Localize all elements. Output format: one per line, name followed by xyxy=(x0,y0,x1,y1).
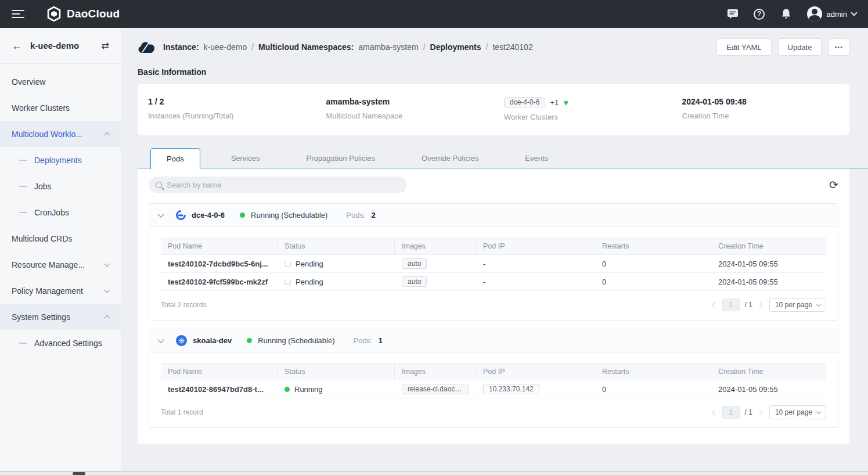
worker-cluster-tag: dce-4-0-6 xyxy=(504,97,545,107)
chevron-down-icon xyxy=(105,287,110,293)
pod-name[interactable]: test240102-86947bd7d8-t... xyxy=(161,380,278,398)
table-header: Pod Name Status Images Pod IP Restarts C… xyxy=(161,363,826,380)
cluster-schedulable: (Schedulable) xyxy=(281,211,327,219)
sidebar-item-resource-management[interactable]: Resource Manage... xyxy=(0,251,121,278)
page-total: / 1 xyxy=(745,408,752,416)
pod-status: Pending xyxy=(296,278,323,286)
image-tag[interactable]: auto xyxy=(402,276,427,287)
breadcrumb-resource: test240102 xyxy=(492,42,532,52)
sidebar-item-policy-management[interactable]: Policy Management xyxy=(0,278,121,304)
cluster-status: Running xyxy=(251,211,279,219)
cluster-card-skoala-dev: ⎈ skoala-dev Running (Schedulable) Pods:… xyxy=(149,329,838,428)
user-name: admin xyxy=(827,10,847,19)
page-size-select[interactable]: 10 per page xyxy=(769,405,826,419)
pod-ip: - xyxy=(476,255,595,272)
sidebar-item-multicloud-workloads[interactable]: Multicloud Worklo... xyxy=(0,121,121,147)
brand-name: DaoCloud xyxy=(67,8,120,20)
pod-status: Pending xyxy=(296,260,323,268)
pods-label: Pods: xyxy=(346,211,365,219)
collapse-chevron-icon[interactable] xyxy=(157,336,164,343)
sidebar-item-multicloud-crds[interactable]: Multicloud CRDs xyxy=(0,225,121,251)
tab-pods[interactable]: Pods xyxy=(150,148,200,169)
horizontal-scrollbar[interactable] xyxy=(0,471,868,475)
kubernetes-cluster-logo-icon: ⎈ xyxy=(176,335,187,346)
running-status-dot xyxy=(240,213,245,218)
dash-icon xyxy=(19,343,27,344)
page-number-input[interactable]: 1 xyxy=(722,406,740,419)
prev-page-icon[interactable] xyxy=(712,409,718,415)
prev-page-icon[interactable] xyxy=(712,302,718,308)
breadcrumb-instance-label: Instance: xyxy=(163,42,199,52)
pod-status: Running xyxy=(294,385,322,394)
breadcrumb-namespace-value[interactable]: amamba-system xyxy=(358,42,418,52)
health-heart-icon: ♥ xyxy=(563,98,568,107)
dash-icon xyxy=(19,186,27,187)
total-records: Total 1 record xyxy=(161,408,203,416)
creation-time: 2024-01-05 09:55 xyxy=(711,273,826,290)
edit-yaml-button[interactable]: Edit YAML xyxy=(716,38,771,56)
creation-time-value: 2024-01-05 09:48 xyxy=(682,97,850,106)
sidebar-item-jobs[interactable]: Jobs xyxy=(0,173,121,199)
tab-services[interactable]: Services xyxy=(215,148,276,168)
sidebar: ← k-uee-demo ⇄ Overview Worker Clusters … xyxy=(0,28,121,471)
creation-time: 2024-01-05 09:55 xyxy=(711,255,826,272)
basic-information-title: Basic Information xyxy=(138,67,849,77)
daocloud-logo-icon xyxy=(46,6,62,21)
sidebar-item-overview[interactable]: Overview xyxy=(0,69,121,95)
namespace-value: amamba-system xyxy=(326,97,494,106)
namespace-label: Multicloud Namespace xyxy=(326,111,494,120)
next-page-icon[interactable] xyxy=(757,409,762,415)
search-icon xyxy=(156,182,162,188)
collapse-chevron-icon[interactable] xyxy=(157,211,164,217)
sidebar-item-cronjobs[interactable]: CronJobs xyxy=(0,199,121,225)
page-size-select[interactable]: 10 per page xyxy=(769,298,826,312)
tab-events[interactable]: Events xyxy=(509,148,564,168)
restarts: 0 xyxy=(595,255,711,272)
brand: DaoCloud xyxy=(46,6,120,21)
dash-icon xyxy=(19,160,27,161)
worker-cluster-extra[interactable]: +1 xyxy=(550,98,559,107)
image-tag[interactable]: release-ci.daoclou... xyxy=(402,384,469,394)
pending-status-icon xyxy=(284,261,291,267)
restarts: 0 xyxy=(595,380,711,398)
page-number-input[interactable]: 1 xyxy=(722,298,740,311)
pods-label: Pods: xyxy=(353,336,372,345)
scrollbar-thumb[interactable] xyxy=(73,472,85,475)
sidebar-item-worker-clusters[interactable]: Worker Clusters xyxy=(0,95,121,121)
menu-icon[interactable] xyxy=(12,10,24,18)
running-status-dot xyxy=(247,338,252,343)
tab-propagation-policies[interactable]: Propagation Policies xyxy=(291,148,391,168)
table-row: test240102-9fcf599bc-mk2zf Pending auto … xyxy=(161,273,826,291)
refresh-icon[interactable]: ⟳ xyxy=(829,179,838,190)
chevron-down-icon xyxy=(816,301,821,306)
back-arrow-icon[interactable]: ← xyxy=(12,41,22,51)
sidebar-item-system-settings[interactable]: System Settings xyxy=(0,304,121,330)
cluster-name: dce-4-0-6 xyxy=(192,211,225,219)
search-input[interactable] xyxy=(167,181,400,189)
user-avatar xyxy=(807,6,822,21)
user-menu[interactable]: admin xyxy=(807,6,856,21)
sidebar-item-deployments[interactable]: Deployments xyxy=(0,147,121,173)
help-icon[interactable]: ? xyxy=(754,8,765,20)
chevron-down-icon xyxy=(851,9,857,16)
instances-label: Instances (Running/Total) xyxy=(148,111,316,120)
next-page-icon[interactable] xyxy=(757,302,762,308)
breadcrumb-deployments[interactable]: Deployments xyxy=(430,42,481,52)
pagination: 1 / 1 10 per page xyxy=(713,405,826,419)
search-box xyxy=(149,177,407,193)
update-button[interactable]: Update xyxy=(778,38,822,56)
pod-ip-tag[interactable]: 10.233.70.142 xyxy=(483,384,539,394)
sidebar-item-advanced-settings[interactable]: Advanced Settings xyxy=(0,330,121,356)
table-row: test240102-86947bd7d8-t... Running relea… xyxy=(161,380,826,398)
tab-override-policies[interactable]: Override Policies xyxy=(406,148,494,168)
more-actions-button[interactable]: ••• xyxy=(828,38,849,56)
table-header: Pod Name Status Images Pod IP Restarts C… xyxy=(161,238,826,255)
breadcrumb-instance-value[interactable]: k-uee-demo xyxy=(203,42,247,52)
messages-icon[interactable] xyxy=(727,8,739,20)
pending-status-icon xyxy=(284,279,291,285)
pod-name[interactable]: test240102-7dcbd9bc5-6nj... xyxy=(161,255,278,272)
pod-name[interactable]: test240102-9fcf599bc-mk2zf xyxy=(161,273,278,290)
notifications-bell-icon[interactable] xyxy=(780,8,792,20)
image-tag[interactable]: auto xyxy=(402,258,427,269)
switch-instance-icon[interactable]: ⇄ xyxy=(102,40,109,51)
